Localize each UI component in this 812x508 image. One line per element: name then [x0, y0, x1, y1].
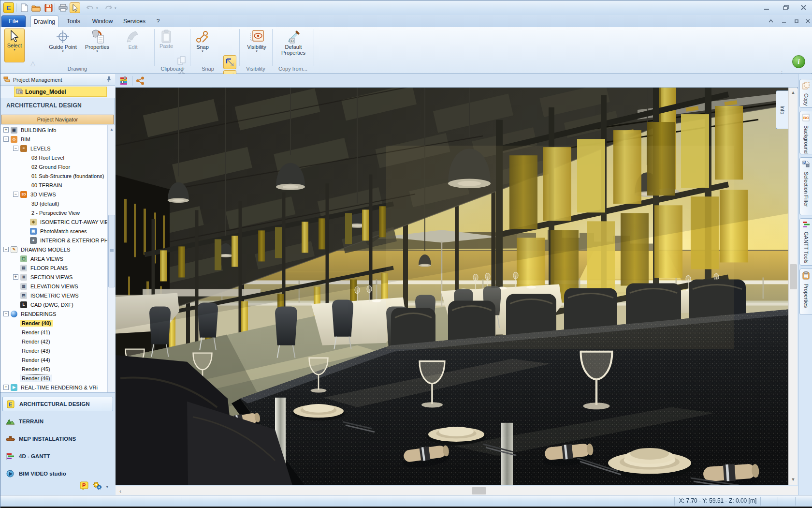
- guide-point-button[interactable]: Guide Point▾: [47, 29, 79, 63]
- info-button[interactable]: i: [792, 55, 805, 68]
- close-button[interactable]: [797, 3, 810, 12]
- print-icon[interactable]: [58, 2, 68, 13]
- module-button-4d-gantt[interactable]: 4D - GANTT: [2, 449, 113, 463]
- edit-button[interactable]: Edit: [119, 29, 146, 63]
- tree-item-3d-default[interactable]: 3D (default): [0, 199, 107, 208]
- menu-tab-tools[interactable]: Tools: [62, 15, 85, 27]
- tree-item-render-44[interactable]: Render (44): [0, 355, 107, 364]
- tree-item-photomatch-scenes[interactable]: ▣PhotoMatch scenes: [0, 226, 107, 236]
- expand-icon[interactable]: +: [13, 274, 18, 280]
- scroll-up-icon[interactable]: ▲: [108, 126, 115, 133]
- copy-icon[interactable]: [176, 56, 187, 65]
- collapse-icon[interactable]: −: [13, 146, 18, 151]
- side-tab-gantt-tools[interactable]: GANTT Tools: [799, 218, 812, 266]
- tree-item-levels[interactable]: −≡LEVELS: [0, 144, 107, 153]
- menu-tab-services[interactable]: Services: [120, 15, 148, 27]
- pin-icon[interactable]: [106, 76, 111, 84]
- collapse-icon[interactable]: −: [3, 136, 9, 142]
- visibility-button[interactable]: Visibility▾: [244, 29, 269, 63]
- tree-item-renderings[interactable]: −RENDERINGS: [0, 309, 107, 318]
- select-button[interactable]: Select▾: [4, 29, 25, 62]
- side-tab-copy[interactable]: Copy: [799, 79, 812, 108]
- open-folder-icon[interactable]: [30, 2, 41, 13]
- collapse-icon[interactable]: −: [3, 311, 9, 316]
- tree-item-00-terrain[interactable]: 00 TERRAIN: [0, 180, 107, 190]
- tree-item-drawing-models[interactable]: −✎DRAWING MODELS: [0, 245, 107, 254]
- scroll-up-icon[interactable]: ▲: [789, 89, 797, 96]
- tree-item-render-41[interactable]: Render (41): [0, 328, 107, 337]
- vertical-scrollbar-thumb[interactable]: [790, 264, 797, 289]
- tree-item-render-45[interactable]: Render (45): [0, 364, 107, 374]
- tree-item-cad-dwg-dxf[interactable]: LCAD (DWG, DXF): [0, 300, 107, 309]
- tree-scrollbar-thumb[interactable]: [108, 215, 115, 287]
- horizontal-scrollbar[interactable]: ‹: [116, 486, 774, 495]
- settings-gears-icon[interactable]: [92, 481, 102, 492]
- restore-button[interactable]: [780, 3, 792, 12]
- vertical-scrollbar[interactable]: ▲ ▼: [788, 88, 798, 485]
- save-icon[interactable]: [43, 2, 54, 13]
- tree-item-area-views[interactable]: ▢AREA VIEWS: [0, 254, 107, 263]
- module-button-mep-installations[interactable]: MEP INSTALLATIONS: [2, 432, 113, 446]
- snap-button[interactable]: Snap▾: [193, 29, 212, 63]
- redo-dropdown-icon[interactable]: ▾: [115, 6, 116, 10]
- module-button-terrain[interactable]: TERRAIN: [2, 414, 113, 429]
- render-style-icon[interactable]: [119, 75, 130, 86]
- tree-item-real-time-rendering-vri[interactable]: +▶REAL-TIME RENDERING & VRi: [0, 383, 107, 392]
- model-row[interactable]: B Lounge_Model: [0, 86, 115, 98]
- expand-icon[interactable]: +: [3, 127, 9, 133]
- tree-item-interior-exterior-pho[interactable]: ●INTERIOR & EXTERIOR PHO: [0, 236, 107, 245]
- doc-minimize-icon[interactable]: [779, 17, 789, 25]
- side-tab-label: Background: [803, 125, 809, 154]
- snap-toggle-endpoint[interactable]: [223, 55, 236, 69]
- menu-tab-help[interactable]: ?: [153, 15, 163, 27]
- side-tab-background[interactable]: BGBackground: [799, 111, 812, 154]
- tree-item-render-43[interactable]: Render (43): [0, 346, 107, 355]
- doc-restore-icon[interactable]: [791, 17, 802, 25]
- tree-item-render-42[interactable]: Render (42): [0, 337, 107, 346]
- doc-collapse-icon[interactable]: [766, 17, 776, 25]
- module-button-architectural-design[interactable]: EARCHITECTURAL DESIGN: [2, 397, 113, 411]
- tree-item-03-roof-level[interactable]: 03 Roof Level: [0, 153, 107, 162]
- properties-button[interactable]: Properties▾: [81, 29, 114, 63]
- project-navigator-bar[interactable]: Project Navigator: [1, 115, 114, 124]
- scroll-down-icon[interactable]: ▼: [789, 476, 797, 483]
- tree-item-render-40[interactable]: Render (40): [0, 318, 107, 328]
- default-properties-button[interactable]: D Default Properties: [277, 29, 310, 63]
- tree-item-isometric-views[interactable]: ⬒ISOMETRIC VIEWS: [0, 291, 107, 300]
- tree-item-elevation-views[interactable]: ▥ELEVATION VIEWS: [0, 282, 107, 291]
- side-tab-properties[interactable]: Properties: [799, 269, 812, 315]
- redo-icon[interactable]: [103, 2, 114, 13]
- select-cursor-icon[interactable]: [70, 2, 80, 13]
- tree-item-floor-plans[interactable]: ▤FLOOR PLANS: [0, 263, 107, 272]
- doc-close-icon[interactable]: [803, 17, 812, 25]
- undo-icon[interactable]: [85, 2, 95, 13]
- new-file-icon[interactable]: [19, 2, 29, 13]
- paste-button[interactable]: Paste: [157, 29, 175, 63]
- tree-item-01-sub-structure-foundations[interactable]: 01 Sub-Structure (foundations): [0, 171, 107, 180]
- info-tab[interactable]: Info: [776, 90, 788, 129]
- menu-tab-drawing[interactable]: Drawing: [30, 15, 58, 27]
- tree-item-section-views[interactable]: +≣SECTION VIEWS: [0, 272, 107, 282]
- undo-dropdown-icon[interactable]: ▾: [96, 6, 98, 10]
- menu-tab-window[interactable]: Window: [88, 15, 116, 27]
- side-tab-selection-filter[interactable]: Selection Filter: [799, 157, 812, 215]
- minimize-button[interactable]: [760, 3, 773, 12]
- tree-item-02-ground-floor[interactable]: 02 Ground Floor: [0, 162, 107, 171]
- collapse-icon[interactable]: −: [13, 192, 18, 197]
- collapse-icon[interactable]: −: [3, 247, 9, 252]
- tree-item-3d-views[interactable]: −3D3D VIEWS: [0, 190, 107, 199]
- tree-item-2-perspective-view[interactable]: 2 - Perspective View: [0, 208, 107, 217]
- scroll-left-icon[interactable]: ‹: [116, 487, 124, 494]
- panel-more-dropdown-icon[interactable]: ▾: [106, 484, 108, 489]
- p-module-icon[interactable]: P: [80, 481, 88, 492]
- tree-item-bim[interactable]: −◇BIM: [0, 134, 107, 144]
- expand-icon[interactable]: +: [3, 385, 9, 390]
- horizontal-scrollbar-thumb[interactable]: [472, 487, 486, 494]
- tree-item-building-info[interactable]: +▦BUILDING Info: [0, 125, 107, 134]
- share-icon[interactable]: [135, 75, 145, 86]
- tree-item-render-46[interactable]: Render (46): [0, 374, 107, 383]
- menu-tab-file[interactable]: File: [1, 15, 26, 27]
- module-button-bim-video-studio[interactable]: BIM VIDEO studio: [2, 466, 113, 481]
- tree-item-isometric-cut-away-vie[interactable]: ◆ISOMETRIC CUT-AWAY VIE: [0, 217, 107, 226]
- render-viewport[interactable]: [116, 88, 788, 485]
